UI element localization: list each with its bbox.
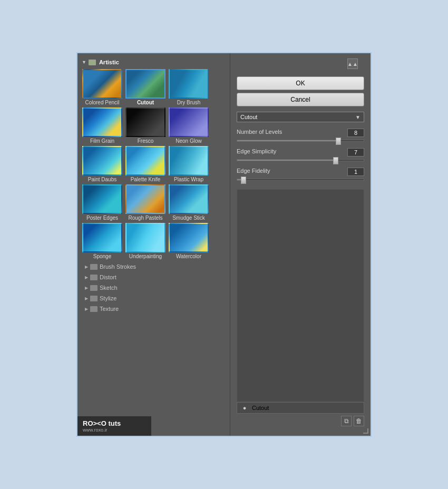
texture-category[interactable]: ▶ Texture: [81, 304, 227, 314]
dry-brush-label: Dry Brush: [177, 100, 200, 105]
film-grain-label: Film Grain: [90, 138, 114, 144]
levels-label: Number of Levels: [237, 129, 282, 137]
watercolor-thumb: [169, 223, 209, 252]
rough-pastels-thumb: [125, 184, 165, 214]
sketch-category[interactable]: ▶ Sketch: [81, 282, 227, 293]
cutout-label: Cutout: [137, 100, 154, 105]
film-grain-thumb: [82, 107, 122, 137]
fidelity-slider-thumb[interactable]: [241, 177, 246, 184]
artistic-category-header[interactable]: ▼ Artistic: [81, 57, 227, 67]
filter-list-panel: ▼ Artistic Colored Pencil Cutout Dry Bru…: [77, 53, 230, 436]
paint-daubs-label: Paint Daubs: [88, 177, 116, 182]
filter-sponge[interactable]: Sponge: [82, 223, 123, 259]
brush-strokes-folder-icon: [90, 264, 98, 270]
filter-palette-knife[interactable]: Palette Knife: [125, 146, 166, 182]
filter-underpainting[interactable]: Underpainting: [125, 223, 166, 259]
artistic-thumbnails: Colored Pencil Cutout Dry Brush Film Gra…: [81, 67, 227, 261]
resize-handle[interactable]: [363, 428, 368, 434]
simplicity-slider-thumb[interactable]: [333, 157, 338, 164]
colored-pencil-label: Colored Pencil: [85, 100, 119, 105]
brush-strokes-label: Brush Strokes: [100, 263, 136, 270]
neon-glow-thumb: [169, 107, 209, 137]
filter-rough-pastels[interactable]: Rough Pastels: [125, 184, 166, 221]
sketch-folder-icon: [90, 285, 98, 291]
filter-fresco[interactable]: Fresco: [125, 107, 166, 144]
settings-panel: ▲▲ OK Cancel Cutout ▼ Number of Levels: [230, 53, 371, 436]
distort-folder-icon: [90, 275, 98, 280]
plastic-wrap-thumb: [169, 146, 209, 175]
layer-item[interactable]: ● Cutout: [237, 402, 364, 414]
filter-paint-daubs[interactable]: Paint Daubs: [82, 146, 123, 182]
filter-scroll-area: ▼ Artistic Colored Pencil Cutout Dry Bru…: [77, 53, 230, 436]
cancel-button[interactable]: Cancel: [237, 93, 364, 106]
brush-strokes-arrow: ▶: [85, 265, 88, 269]
layer-name: Cutout: [252, 405, 269, 411]
levels-slider-thumb[interactable]: [336, 138, 341, 145]
layer-visibility-icon[interactable]: ●: [240, 405, 249, 411]
filter-watercolor[interactable]: Watercolor: [168, 223, 209, 259]
layers-empty-area: [237, 189, 364, 402]
simplicity-setting: Edge Simplicity: [237, 148, 364, 162]
fidelity-label-row: Edge Fidelity: [237, 168, 364, 176]
filter-gallery-dialog: ▼ Artistic Colored Pencil Cutout Dry Bru…: [76, 52, 372, 437]
fresco-thumb: [125, 107, 165, 137]
sponge-label: Sponge: [93, 253, 111, 259]
underpainting-label: Underpainting: [129, 253, 162, 259]
new-layer-button[interactable]: ⧉: [341, 416, 352, 426]
rough-pastels-label: Rough Pastels: [128, 215, 162, 221]
levels-slider-fill: [237, 140, 338, 141]
collapse-button[interactable]: ▲▲: [347, 58, 358, 69]
brush-strokes-category[interactable]: ▶ Brush Strokes: [81, 261, 227, 272]
underpainting-thumb: [125, 223, 165, 252]
filter-cutout[interactable]: Cutout: [125, 69, 166, 105]
smudge-stick-thumb: [169, 184, 209, 214]
levels-value[interactable]: [347, 129, 364, 137]
layers-bottom-bar: ⧉ 🗑: [237, 414, 364, 428]
distort-category[interactable]: ▶ Distort: [81, 272, 227, 282]
fresco-label: Fresco: [138, 138, 154, 144]
fidelity-label: Edge Fidelity: [237, 168, 270, 176]
filter-dry-brush[interactable]: Dry Brush: [168, 69, 209, 105]
simplicity-slider-track: [237, 159, 364, 161]
filter-colored-pencil[interactable]: Colored Pencil: [82, 69, 123, 105]
sketch-label: Sketch: [100, 285, 118, 291]
texture-arrow: ▶: [85, 307, 88, 311]
fidelity-value[interactable]: [347, 168, 364, 176]
watercolor-label: Watercolor: [176, 253, 201, 259]
layers-panel: ● Cutout ⧉ 🗑: [237, 189, 364, 428]
filter-dropdown-value: Cutout: [240, 114, 355, 120]
delete-layer-button[interactable]: 🗑: [354, 416, 364, 426]
stylize-category[interactable]: ▶ Stylize: [81, 293, 227, 304]
smudge-stick-label: Smudge Stick: [172, 215, 205, 221]
filter-smudge-stick[interactable]: Smudge Stick: [168, 184, 209, 221]
artistic-expand-icon: ▼: [82, 60, 86, 65]
filter-poster-edges[interactable]: Poster Edges: [82, 184, 123, 221]
colored-pencil-thumb: [82, 69, 122, 99]
texture-folder-icon: [90, 306, 98, 312]
filter-dropdown[interactable]: Cutout ▼: [237, 112, 364, 122]
eye-symbol: ●: [243, 405, 247, 411]
palette-knife-label: Palette Knife: [131, 177, 161, 182]
new-layer-icon: ⧉: [344, 417, 349, 425]
filter-plastic-wrap[interactable]: Plastic Wrap: [168, 146, 209, 182]
filter-neon-glow[interactable]: Neon Glow: [168, 107, 209, 144]
filter-dropdown-row: Cutout ▼: [230, 110, 371, 124]
plastic-wrap-label: Plastic Wrap: [174, 177, 203, 182]
filter-settings: Number of Levels Edge Simplicity: [230, 124, 371, 186]
delete-layer-icon: 🗑: [356, 417, 362, 425]
filter-dropdown-wrapper: Cutout ▼: [237, 112, 364, 122]
action-buttons: OK Cancel: [230, 71, 371, 110]
stylize-label: Stylize: [100, 295, 116, 301]
simplicity-value[interactable]: [347, 148, 364, 157]
fidelity-setting: Edge Fidelity: [237, 168, 364, 182]
filter-film-grain[interactable]: Film Grain: [82, 107, 123, 144]
levels-label-row: Number of Levels: [237, 129, 364, 137]
texture-label: Texture: [100, 306, 119, 312]
dry-brush-thumb: [169, 69, 209, 99]
palette-knife-thumb: [125, 146, 165, 175]
website-url: www.roxo.ir: [83, 427, 146, 433]
watermark: RO><O tuts www.roxo.ir: [77, 416, 151, 436]
ok-button[interactable]: OK: [237, 76, 364, 90]
paint-daubs-thumb: [82, 146, 122, 175]
poster-edges-label: Poster Edges: [86, 215, 118, 221]
